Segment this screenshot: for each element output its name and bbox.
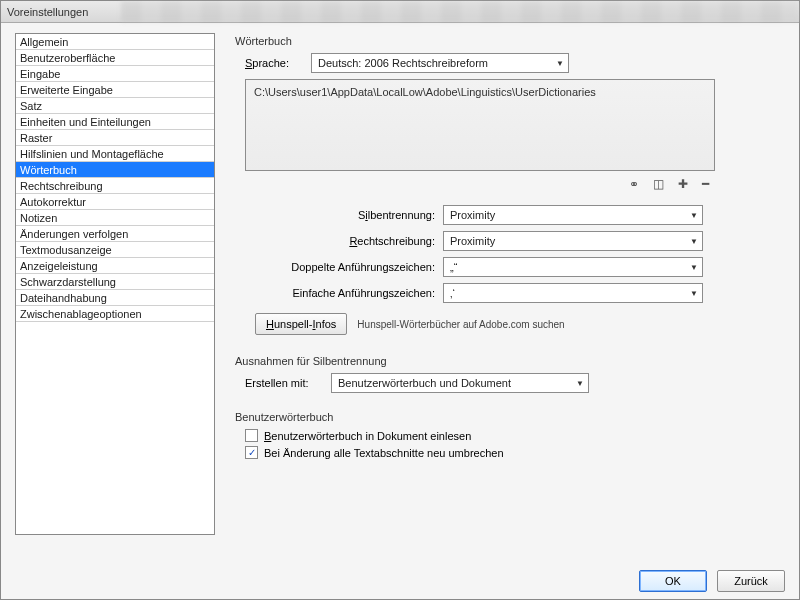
chevron-down-icon: ▼: [576, 379, 584, 388]
hyphenation-dropdown[interactable]: Proximity ▼: [443, 205, 703, 225]
chevron-down-icon: ▼: [556, 59, 564, 68]
hunspell-text: Hunspell-Wörterbücher auf Adobe.com such…: [357, 319, 564, 330]
compose-dropdown[interactable]: Benutzerwörterbuch und Dokument ▼: [331, 373, 589, 393]
compose-label: Erstellen mit:: [245, 377, 325, 389]
sidebar-item-allgemein[interactable]: Allgemein: [16, 34, 214, 50]
sidebar-item--nderungen-verfolgen[interactable]: Änderungen verfolgen: [16, 226, 214, 242]
sidebar-item-eingabe[interactable]: Eingabe: [16, 66, 214, 82]
sidebar-item-autokorrektur[interactable]: Autokorrektur: [16, 194, 214, 210]
double-quotes-label: Doppelte Anführungszeichen:: [255, 261, 435, 273]
window-title: Voreinstellungen: [7, 6, 88, 18]
main-panel: Wörterbuch Sprache: Deutsch: 2006 Rechts…: [235, 33, 785, 563]
hyphenation-value: Proximity: [450, 209, 495, 221]
dictionary-path-box: C:\Users\user1\AppData\LocalLow\Adobe\Li…: [245, 79, 715, 171]
spelling-label: Rechtschreibung:: [255, 235, 435, 247]
language-dropdown[interactable]: Deutsch: 2006 Rechtschreibreform ▼: [311, 53, 569, 73]
link-icon[interactable]: ⚭: [629, 177, 639, 191]
ok-button[interactable]: OK: [639, 570, 707, 592]
merge-label: Benutzerwörterbuch in Dokument einlesen: [264, 430, 471, 442]
sidebar-item-dateihandhabung[interactable]: Dateihandhabung: [16, 290, 214, 306]
double-quotes-dropdown[interactable]: „“ ▼: [443, 257, 703, 277]
sidebar-item-hilfslinien-und-montagefl-che[interactable]: Hilfslinien und Montagefläche: [16, 146, 214, 162]
single-quotes-dropdown[interactable]: ‚‘ ▼: [443, 283, 703, 303]
recompose-checkbox-row[interactable]: ✓ Bei Änderung alle Textabschnitte neu u…: [245, 446, 785, 459]
sidebar-item-benutzeroberfl-che[interactable]: Benutzeroberfläche: [16, 50, 214, 66]
merge-checkbox-row[interactable]: Benutzerwörterbuch in Dokument einlesen: [245, 429, 785, 442]
dictionary-path-text: C:\Users\user1\AppData\LocalLow\Adobe\Li…: [254, 86, 596, 98]
merge-checkbox[interactable]: [245, 429, 258, 442]
sidebar-item-zwischenablageoptionen[interactable]: Zwischenablageoptionen: [16, 306, 214, 322]
titlebar-blur: [121, 1, 799, 22]
sidebar-item-einheiten-und-einteilungen[interactable]: Einheiten und Einteilungen: [16, 114, 214, 130]
new-dict-icon[interactable]: ◫: [653, 177, 664, 191]
back-label: Zurück: [734, 575, 768, 587]
chevron-down-icon: ▼: [690, 211, 698, 220]
back-button[interactable]: Zurück: [717, 570, 785, 592]
chevron-down-icon: ▼: [690, 237, 698, 246]
recompose-checkbox[interactable]: ✓: [245, 446, 258, 459]
sidebar-item-rechtschreibung[interactable]: Rechtschreibung: [16, 178, 214, 194]
sidebar-item-satz[interactable]: Satz: [16, 98, 214, 114]
ok-label: OK: [665, 575, 681, 587]
spelling-dropdown[interactable]: Proximity ▼: [443, 231, 703, 251]
sidebar-item-erweiterte-eingabe[interactable]: Erweiterte Eingabe: [16, 82, 214, 98]
section-user-dict-title: Benutzerwörterbuch: [235, 411, 785, 423]
sidebar-item-textmodusanzeige[interactable]: Textmodusanzeige: [16, 242, 214, 258]
category-sidebar[interactable]: AllgemeinBenutzeroberflächeEingabeErweit…: [15, 33, 215, 535]
single-quotes-label: Einfache Anführungszeichen:: [255, 287, 435, 299]
hunspell-button-label: Hunspell-Infos: [266, 318, 336, 330]
section-dictionary-title: Wörterbuch: [235, 35, 785, 47]
titlebar: Voreinstellungen: [1, 1, 799, 23]
sidebar-item-anzeigeleistung[interactable]: Anzeigeleistung: [16, 258, 214, 274]
dialog-footer: OK Zurück: [1, 563, 799, 599]
compose-value: Benutzerwörterbuch und Dokument: [338, 377, 511, 389]
minus-icon[interactable]: ━: [702, 177, 709, 191]
sidebar-item-notizen[interactable]: Notizen: [16, 210, 214, 226]
sidebar-item-w-rterbuch[interactable]: Wörterbuch: [16, 162, 214, 178]
chevron-down-icon: ▼: [690, 263, 698, 272]
chevron-down-icon: ▼: [690, 289, 698, 298]
plus-icon[interactable]: ✚: [678, 177, 688, 191]
recompose-label: Bei Änderung alle Textabschnitte neu umb…: [264, 447, 504, 459]
single-quotes-value: ‚‘: [450, 287, 455, 299]
spelling-value: Proximity: [450, 235, 495, 247]
sidebar-item-schwarzdarstellung[interactable]: Schwarzdarstellung: [16, 274, 214, 290]
hunspell-info-button[interactable]: Hunspell-Infos: [255, 313, 347, 335]
double-quotes-value: „“: [450, 261, 457, 273]
section-hyph-exceptions-title: Ausnahmen für Silbentrennung: [235, 355, 785, 367]
language-label: Sprache:: [245, 57, 305, 69]
language-value: Deutsch: 2006 Rechtschreibreform: [318, 57, 488, 69]
hyphenation-label: Silbentrennung:: [255, 209, 435, 221]
sidebar-item-raster[interactable]: Raster: [16, 130, 214, 146]
